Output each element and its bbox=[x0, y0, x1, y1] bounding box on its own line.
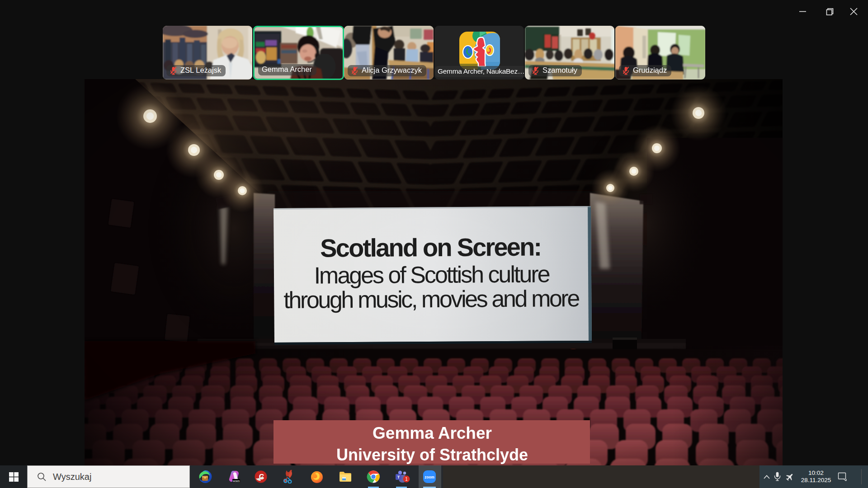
svg-text:1: 1 bbox=[405, 477, 408, 482]
svg-text:University of Strathclyde: University of Strathclyde bbox=[336, 446, 528, 464]
svg-text:zoom: zoom bbox=[425, 475, 434, 479]
svg-text:T: T bbox=[397, 475, 400, 479]
svg-text:Gemma Archer: Gemma Archer bbox=[373, 424, 492, 442]
svg-text:M365: M365 bbox=[233, 480, 240, 483]
